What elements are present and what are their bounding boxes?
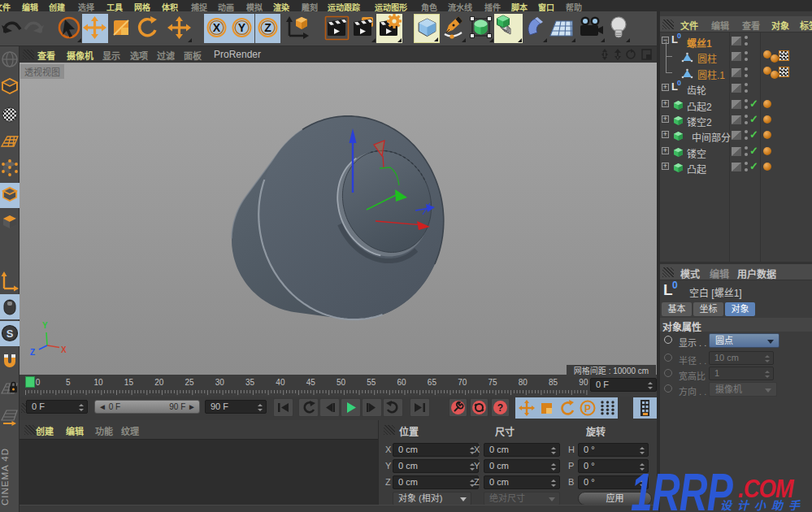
svg-text:Y: Y [238, 21, 246, 34]
svg-text:?: ? [497, 402, 503, 414]
svg-text:Y: Y [42, 321, 48, 330]
svg-text:X: X [213, 21, 221, 34]
svg-text:S: S [7, 328, 14, 340]
svg-text:Z: Z [30, 348, 35, 357]
svg-text:Z: Z [264, 21, 271, 34]
svg-text:X: X [61, 345, 67, 354]
svg-text:P: P [584, 403, 591, 414]
